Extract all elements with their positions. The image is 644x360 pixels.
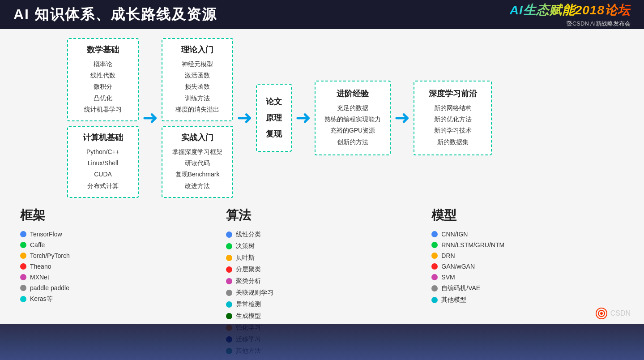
item-label: 聚类分析	[236, 277, 261, 285]
box-advanced-title: 进阶经验	[324, 88, 381, 99]
color-dot	[226, 278, 232, 284]
box-math: 数学基础 概率论线性代数微积分凸优化统计机器学习	[67, 38, 139, 121]
color-dot	[431, 253, 438, 259]
item-label: GAN/wGAN	[441, 263, 475, 270]
header: AI 知识体系、成长路线及资源 AI生态赋能2018论坛 暨CSDN AI新战略…	[0, 0, 644, 29]
item-label: 生成模型	[236, 312, 261, 320]
logo-area: AI生态赋能2018论坛 暨CSDN AI新战略发布会	[510, 2, 631, 28]
list-item: Torch/PyTorch	[20, 252, 213, 259]
color-dot	[226, 255, 232, 261]
box-theory-title: 理论入门	[170, 44, 225, 55]
csdn-logo: CSDN	[595, 307, 631, 320]
item-label: 异常检测	[236, 300, 261, 309]
models-title: 模型	[431, 207, 624, 224]
color-dot	[20, 274, 26, 280]
flow-diagram: 数学基础 概率论线性代数微积分凸优化统计机器学习 计算机基础 Python/C+…	[67, 38, 631, 198]
color-dot	[431, 231, 438, 237]
list-item: 分层聚类	[226, 266, 418, 274]
list-item: 决策树	[226, 242, 418, 250]
csdn-icon	[595, 307, 608, 320]
item-label: Caffe	[30, 241, 45, 249]
box-paper: 论文原理复现	[256, 84, 292, 152]
box-advanced-items: 充足的数据熟练的编程实现能力充裕的GPU资源创新的方法	[324, 103, 381, 148]
list-item: MXNet	[20, 274, 213, 281]
list-item: 线性分类	[226, 231, 418, 239]
list-item: paddle paddle	[20, 284, 213, 291]
logo-sub: 暨CSDN AI新战略发布会	[567, 20, 631, 28]
box-practice-title: 实战入门	[170, 132, 225, 143]
item-label: 关联规则学习	[236, 289, 273, 297]
item-label: Theano	[30, 263, 51, 270]
item-label: RNN/LSTM/GRU/NTM	[441, 241, 504, 249]
list-item: CNN/IGN	[431, 231, 624, 238]
item-label: 分层聚类	[236, 266, 261, 274]
box-math-items: 概率论线性代数微积分凸优化统计机器学习	[75, 59, 131, 115]
color-dot	[20, 242, 26, 248]
logo-main: AI生态赋能2018论坛	[510, 2, 631, 19]
frameworks-list: TensorFlowCaffeTorch/PyTorchTheanoMXNetp…	[20, 231, 213, 303]
box-frontier: 深度学习前沿 新的网络结构新的优化方法新的学习技术新的数据集	[414, 81, 492, 155]
item-label: SVM	[441, 274, 455, 281]
page-title: AI 知识体系、成长路线及资源	[13, 5, 217, 25]
box-advanced: 进阶经验 充足的数据熟练的编程实现能力充裕的GPU资源创新的方法	[315, 81, 391, 155]
item-label: 自编码机/VAE	[441, 284, 480, 292]
color-dot	[226, 266, 232, 273]
arrow-4: ➜	[394, 108, 410, 127]
list-item: GAN/wGAN	[431, 263, 624, 270]
box-foundations: 数学基础 概率论线性代数微积分凸优化统计机器学习 计算机基础 Python/C+…	[67, 38, 139, 198]
arrow-3: ➜	[295, 108, 311, 127]
svg-point-2	[600, 312, 603, 315]
list-item: 贝叶斯	[226, 254, 418, 262]
item-label: paddle paddle	[30, 284, 69, 291]
box-computer: 计算机基础 Python/C++Linux/ShellCUDA分布式计算	[67, 126, 139, 198]
item-label: 贝叶斯	[236, 254, 255, 262]
item-label: DRN	[441, 252, 455, 259]
item-label: 其他模型	[441, 296, 466, 304]
box-frontier-title: 深度学习前沿	[423, 88, 482, 99]
item-label: 决策树	[236, 242, 255, 250]
bottom-bar	[0, 324, 644, 360]
models-list: CNN/IGNRNN/LSTM/GRU/NTMDRNGAN/wGANSVM自编码…	[431, 231, 624, 304]
box-intro: 理论入门 神经元模型激活函数损失函数训练方法梯度的消失溢出 实战入门 掌握深度学…	[162, 38, 233, 198]
color-dot	[226, 290, 232, 296]
algorithms-title: 算法	[226, 207, 418, 224]
list-item: 生成模型	[226, 312, 418, 320]
list-item: 其他模型	[431, 296, 624, 304]
color-dot	[20, 285, 26, 291]
list-item: DRN	[431, 252, 624, 259]
color-dot	[226, 231, 232, 238]
item-label: MXNet	[30, 274, 49, 281]
list-item: 自编码机/VAE	[431, 284, 624, 292]
arrow-1: ➜	[142, 108, 158, 127]
box-paper-text: 论文原理复现	[264, 94, 284, 142]
color-dot	[226, 313, 232, 319]
color-dot	[431, 274, 438, 280]
item-label: 线性分类	[236, 231, 261, 239]
color-dot	[431, 242, 438, 248]
color-dot	[20, 231, 26, 237]
box-frontier-items: 新的网络结构新的优化方法新的学习技术新的数据集	[423, 103, 482, 148]
color-dot	[226, 301, 232, 308]
color-dot	[431, 263, 438, 270]
color-dot	[20, 253, 26, 259]
color-dot	[226, 243, 232, 249]
list-item: 异常检测	[226, 300, 418, 309]
box-theory-items: 神经元模型激活函数损失函数训练方法梯度的消失溢出	[170, 59, 225, 115]
list-item: SVM	[431, 274, 624, 281]
color-dot	[431, 297, 438, 303]
box-math-title: 数学基础	[75, 44, 131, 55]
item-label: CNN/IGN	[441, 231, 468, 238]
frameworks-title: 框架	[20, 207, 213, 224]
color-dot	[431, 285, 438, 291]
item-label: Keras等	[30, 295, 53, 303]
list-item: Caffe	[20, 241, 213, 249]
main-content: 数学基础 概率论线性代数微积分凸优化统计机器学习 计算机基础 Python/C+…	[0, 29, 644, 324]
box-theory: 理论入门 神经元模型激活函数损失函数训练方法梯度的消失溢出	[162, 38, 233, 121]
list-item: Keras等	[20, 295, 213, 303]
list-item: RNN/LSTM/GRU/NTM	[431, 241, 624, 249]
box-computer-items: Python/C++Linux/ShellCUDA分布式计算	[75, 146, 131, 192]
arrow-2: ➜	[237, 108, 252, 127]
color-dot	[20, 296, 26, 302]
list-item: Theano	[20, 263, 213, 270]
box-practice-items: 掌握深度学习框架研读代码复现Benchmark改进方法	[170, 146, 225, 192]
